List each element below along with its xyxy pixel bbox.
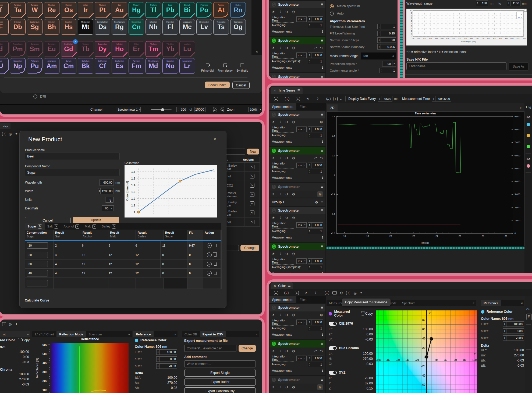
- cut-input[interactable]: E: [526, 314, 532, 320]
- table-row[interactable]: , Barley,gar: [225, 208, 260, 217]
- dark-reference-icon[interactable]: [272, 192, 275, 196]
- element-tile[interactable]: ium U: [0, 58, 9, 74]
- edit-icon[interactable]: [75, 224, 79, 229]
- wavelength-to-spinner[interactable]: 1100: [507, 1, 520, 6]
- element-tile[interactable]: Copernicium Cn: [129, 19, 144, 35]
- delete-row-icon[interactable]: [214, 244, 217, 247]
- element-tile[interactable]: Dubnium Db: [10, 19, 26, 35]
- element-tile[interactable]: Lawrencium Lr: [179, 58, 195, 74]
- product-search-input[interactable]: [225, 149, 245, 155]
- tab-reflection-mode[interactable]: Reflection Mode: [56, 331, 86, 337]
- collapse-icon[interactable]: [521, 301, 523, 305]
- tab-export-csv[interactable]: Export to CSV: [200, 331, 226, 337]
- parameter-spinner[interactable]: 0.25: [377, 31, 396, 36]
- color-space-toggle[interactable]: [329, 322, 337, 326]
- collapse-icon[interactable]: [392, 54, 394, 58]
- concentration-input[interactable]: [27, 280, 48, 286]
- edit-icon[interactable]: [250, 165, 254, 169]
- measurement-angle-tabbar[interactable]: Tab: [361, 52, 396, 59]
- play-icon[interactable]: [274, 97, 278, 101]
- ref-spinner[interactable]: -0.03: [156, 363, 177, 369]
- channel-select[interactable]: Spectrometer 1: [116, 107, 141, 112]
- gear-icon[interactable]: [292, 349, 295, 353]
- export-icon[interactable]: [346, 291, 350, 295]
- cancel-button[interactable]: Cancel: [232, 82, 250, 89]
- menu-icon[interactable]: [321, 2, 323, 7]
- gear-icon[interactable]: [292, 120, 295, 124]
- element-tile[interactable]: mium d: [0, 41, 9, 57]
- calculate-curve-label[interactable]: Calculate Curve: [25, 299, 49, 302]
- tab-color[interactable]: Color: [271, 282, 293, 289]
- element-tile[interactable]: Iridium Ir: [78, 2, 93, 18]
- d75-radio[interactable]: [33, 94, 37, 99]
- component-name-input[interactable]: Sugar: [25, 169, 119, 176]
- play-icon[interactable]: [274, 291, 278, 295]
- dark-reference-icon[interactable]: [272, 10, 275, 14]
- parameter-spinner[interactable]: 0.005: [377, 44, 396, 50]
- edit-icon[interactable]: [250, 201, 254, 206]
- single-measure-icon[interactable]: 1: [296, 97, 300, 101]
- menu-icon[interactable]: [321, 377, 323, 382]
- dark-reference-icon[interactable]: [306, 97, 309, 101]
- dark-reference-icon[interactable]: [272, 349, 275, 353]
- edit-icon[interactable]: [250, 183, 254, 188]
- averaging-spinner[interactable]: 1: [308, 229, 323, 234]
- pane-splitter[interactable]: [400, 0, 403, 78]
- element-tile[interactable]: Americium Am: [44, 58, 59, 74]
- table-row[interactable]: 20 41212120 0: [25, 250, 221, 259]
- chevron-down-icon[interactable]: [259, 107, 262, 112]
- ref-spinner[interactable]: 0.00: [156, 356, 177, 362]
- spectrometer-header[interactable]: Spectrometer: [269, 183, 325, 191]
- match-spectrum-radio[interactable]: [330, 4, 334, 8]
- element-tile[interactable]: nium f: [0, 2, 9, 18]
- undo-icon[interactable]: [314, 46, 317, 50]
- element-tile[interactable]: Nihonium Nh: [146, 19, 161, 35]
- component-tab[interactable]: Sugar: [25, 223, 45, 230]
- averaging-spinner[interactable]: 1: [308, 59, 323, 64]
- tab-files[interactable]: Files: [296, 296, 310, 303]
- element-tile[interactable]: Terbium Tb: [78, 41, 93, 57]
- ref-spinner[interactable]: 100.00: [156, 349, 177, 355]
- color-space-toggle[interactable]: [329, 371, 337, 375]
- menu-icon[interactable]: [321, 184, 323, 189]
- spectrometer-header[interactable]: Spectrometer: [269, 111, 325, 118]
- menu-icon[interactable]: [321, 38, 323, 43]
- export-icon[interactable]: [2, 132, 6, 136]
- element-tile[interactable]: Flerovium Fl: [162, 19, 178, 35]
- tab-spectrometers[interactable]: Spectrometers: [269, 103, 296, 110]
- product-name-input[interactable]: Beer: [25, 153, 119, 160]
- undo-icon[interactable]: [314, 349, 317, 353]
- wavelength-spinner[interactable]: 600.00: [99, 180, 114, 185]
- element-tile[interactable]: Astatine At: [213, 2, 229, 18]
- zoom-select[interactable]: 100%: [248, 107, 262, 112]
- table-row[interactable]: CO2: [225, 181, 260, 190]
- custom-angle-spinner[interactable]: 1: [380, 68, 396, 73]
- spectrometer-header[interactable]: Spectrometer: [269, 73, 325, 78]
- element-tile[interactable]: Radon Rn: [230, 2, 246, 18]
- edit-icon[interactable]: [250, 174, 254, 178]
- unit-select[interactable]: ms: [296, 222, 307, 228]
- menu-icon[interactable]: [321, 200, 323, 205]
- spectrometer-header[interactable]: Spectrometer: [269, 1, 325, 8]
- light-reference-icon[interactable]: [314, 291, 317, 295]
- cut-tab-spectrometry[interactable]: etry: [0, 123, 10, 129]
- table-row[interactable]: 10 266611 9.67: [25, 240, 221, 250]
- tab-spectrum[interactable]: Spectrum: [86, 331, 104, 337]
- element-tile[interactable]: Moscovium Mc: [179, 19, 195, 35]
- lab-chromaticity-chart[interactable]: 806040200-20-40-60-100-80-60-40-20204060…: [376, 310, 477, 393]
- table-row[interactable]: hol,: [225, 217, 260, 227]
- element-tile[interactable]: Bohrium Bh: [44, 19, 59, 35]
- printer-icon[interactable]: [332, 291, 337, 294]
- left-collapsed-tab[interactable]: nt: [0, 331, 30, 337]
- dark-reference-icon[interactable]: [272, 252, 275, 256]
- export-path-input[interactable]: C:\Users\...\example.csv: [184, 345, 236, 352]
- gear-icon[interactable]: [292, 313, 295, 317]
- collapse-rail[interactable]: [251, 0, 262, 55]
- chevron-down-icon[interactable]: [139, 107, 140, 112]
- averaging-spinner[interactable]: 1: [308, 265, 323, 270]
- tab-2d[interactable]: 2D: [327, 104, 338, 111]
- spectrometer-header[interactable]: Spectrometer: [269, 207, 325, 214]
- gear-icon[interactable]: [315, 200, 318, 204]
- element-tile[interactable]: Bismuth Bi: [179, 2, 195, 18]
- component-tab[interactable]: Barley: [99, 223, 119, 230]
